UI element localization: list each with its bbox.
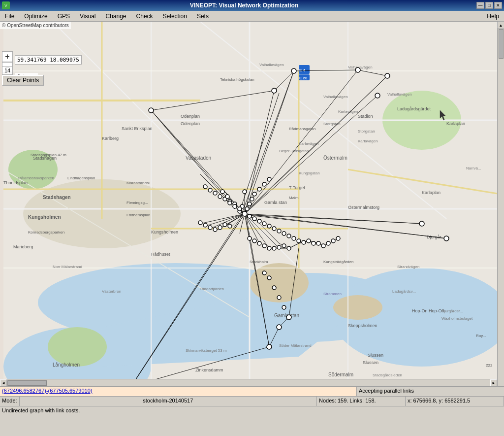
status-graph-info: Undirected graph with link costs. [0, 406, 504, 413]
svg-text:Karlaplan: Karlaplan [422, 190, 441, 195]
svg-text:Tekniska högskolan: Tekniska högskolan [220, 77, 254, 82]
svg-text:Gamla stan: Gamla stan [274, 313, 299, 318]
menu-visual[interactable]: Visual [77, 12, 98, 21]
svg-text:Storgatan: Storgatan [358, 129, 375, 134]
svg-text:Stadion: Stadion [358, 114, 373, 119]
svg-text:Karlaplan: Karlaplan [446, 121, 465, 126]
horizontal-scroll-thumb[interactable] [7, 380, 47, 386]
svg-text:Klarastrandsl...: Klarastrandsl... [126, 181, 153, 185]
svg-text:Odenplan: Odenplan [181, 114, 200, 119]
svg-text:Hop-On Hop-Off: Hop-On Hop-Off [412, 308, 444, 313]
svg-point-9 [333, 295, 382, 320]
svg-text:Norr Mälarstrand: Norr Mälarstrand [53, 265, 82, 269]
svg-text:Stockholm: Stockholm [250, 260, 268, 264]
svg-text:E 4: E 4 [299, 68, 306, 72]
svg-text:Sankt Eriksplan: Sankt Eriksplan [122, 126, 153, 131]
svg-text:Södermalm: Södermalm [328, 372, 353, 377]
svg-text:Valhallavägen: Valhallavägen [323, 95, 348, 99]
svg-text:Karlavägen: Karlavägen [338, 109, 358, 114]
menubar: File Optimize GPS Visual Change Check Se… [0, 11, 504, 22]
svg-text:T Torget: T Torget [289, 185, 305, 190]
svg-text:Stadshagen: Stadshagen [43, 195, 71, 200]
svg-text:222: 222 [486, 363, 493, 368]
svg-text:Zinkensdamm: Zinkensdamm [195, 368, 223, 372]
svg-text:Roy...: Roy... [476, 334, 486, 338]
svg-text:Waxholmsbolaget: Waxholmsbolaget [441, 316, 473, 321]
svg-text:E 20: E 20 [299, 76, 308, 80]
menu-sets[interactable]: Sets [194, 12, 212, 21]
zoom-level-display: 14 [2, 66, 13, 75]
zoom-in-button[interactable]: + [2, 51, 13, 62]
scroll-right-button[interactable]: ► [490, 379, 497, 386]
svg-text:Långholmen: Långholmen [53, 362, 80, 368]
svg-text:Djurgår...: Djurgår... [427, 235, 445, 239]
map-container[interactable]: Stadshagen Kungsholmen Vasastaden Österm… [0, 22, 504, 413]
svg-text:Malm: Malm [289, 196, 299, 200]
svg-text:Rådhuset: Rådhuset [151, 252, 170, 257]
svg-text:Stadsgårdsleden: Stadsgårdsleden [373, 373, 402, 377]
svg-text:Lindhagensplan: Lindhagensplan [67, 176, 95, 180]
svg-text:Flemingsg...: Flemingsg... [126, 201, 148, 205]
svg-text:Skinnarviksberget 53 m: Skinnarviksberget 53 m [186, 348, 227, 353]
scroll-up-button[interactable]: ▲ [498, 22, 504, 29]
svg-text:Vasastaden: Vasastaden [186, 155, 211, 161]
svg-text:Odenplan: Odenplan [181, 121, 200, 126]
svg-text:Kungsholmen: Kungsholmen [151, 230, 178, 235]
svg-text:Fridhemsplan: Fridhemsplan [126, 213, 150, 217]
vertical-scroll-thumb[interactable] [499, 29, 504, 59]
svg-text:Marieberg: Marieberg [13, 244, 33, 249]
close-button[interactable]: ✕ [494, 2, 502, 9]
menu-selection[interactable]: Selection [160, 12, 190, 21]
svg-text:Skeppsholmen: Skeppsholmen [348, 323, 378, 328]
window-title: VINEOPT: Visual Network Optimization [12, 2, 476, 9]
svg-text:Birger Jarlsgatan: Birger Jarlsgatan [279, 149, 309, 153]
svg-text:Strandvägen: Strandvägen [397, 265, 419, 269]
status-coordinates: x: 675666.8, y: 6582291.5 [406, 397, 504, 406]
svg-point-8 [250, 263, 309, 302]
svg-text:Karlberg: Karlberg [102, 136, 119, 141]
svg-text:Västerbron: Västerbron [102, 289, 121, 294]
status-mode-label: Mode: [0, 397, 20, 406]
svg-text:Ladugårdsgärdet: Ladugårdsgärdet [397, 106, 431, 111]
svg-text:Slussen: Slussen [363, 360, 378, 365]
svg-text:Valhallavägen: Valhallavägen [259, 63, 284, 67]
app-icon: V [2, 1, 12, 9]
menu-change[interactable]: Change [103, 12, 129, 21]
vertical-scrollbar[interactable]: ▲ ▼ [497, 22, 504, 406]
status-bar: (672496,6582767)-(677505,6579010) Accept… [0, 386, 504, 413]
svg-text:Valhallavägen: Valhallavägen [387, 92, 412, 97]
svg-text:Karlavägen: Karlavägen [358, 139, 378, 143]
svg-text:Karlavägen: Karlavägen [299, 141, 318, 146]
clear-points-button[interactable]: Clear Points [2, 75, 44, 86]
status-row-2: Mode: stockholm-20140517 Nodes: 159. Lin… [0, 397, 504, 406]
horizontal-scrollbar[interactable]: ◄ ► [0, 379, 497, 386]
status-row-1: (672496,6582767)-(677505,6579010) Accept… [0, 387, 504, 397]
map-attribution: © OpenStreetMap contributors [0, 22, 71, 29]
svg-text:Djurgårdsf...: Djurgårdsf... [441, 309, 463, 313]
coordinates-display: 59.341769 18.089075 [15, 55, 82, 65]
svg-text:Söder Mälarstrand: Söder Mälarstrand [279, 343, 312, 348]
menu-file[interactable]: File [2, 12, 17, 21]
svg-text:Riddarfjärden: Riddarfjärden [200, 287, 224, 291]
map-background: Stadshagen Kungsholmen Vasastaden Österm… [0, 22, 504, 413]
svg-text:Östermalmstorg: Östermalmstorg [348, 205, 379, 210]
menu-check[interactable]: Check [133, 12, 156, 21]
svg-text:Rålambshovsparken: Rålambshovsparken [18, 176, 54, 180]
minimize-button[interactable]: — [476, 2, 484, 9]
svg-text:Valhallavägen: Valhallavägen [348, 65, 373, 69]
menu-optimize[interactable]: Optimize [21, 12, 50, 21]
window-controls: — □ ✕ [476, 2, 502, 9]
svg-point-12 [48, 327, 107, 367]
menu-gps[interactable]: GPS [55, 12, 73, 21]
svg-text:Stadshagsplan 47 m: Stadshagsplan 47 m [31, 153, 66, 157]
svg-text:Narrvä...: Narrvä... [466, 166, 481, 170]
status-link[interactable]: (672496,6582767)-(677505,6579010) [0, 387, 356, 396]
app-icon-graphic: V [2, 1, 10, 9]
svg-text:Kungsgatan: Kungsgatan [299, 171, 320, 175]
menu-help[interactable]: Help [484, 12, 502, 21]
svg-text:Ladugårdsv...: Ladugårdsv... [392, 289, 416, 294]
status-dataset: stockholm-20140517 [20, 397, 317, 406]
scroll-left-button[interactable]: ◄ [0, 379, 7, 386]
status-accepting: Accepting parallel links [356, 387, 504, 396]
maximize-button[interactable]: □ [485, 2, 493, 9]
